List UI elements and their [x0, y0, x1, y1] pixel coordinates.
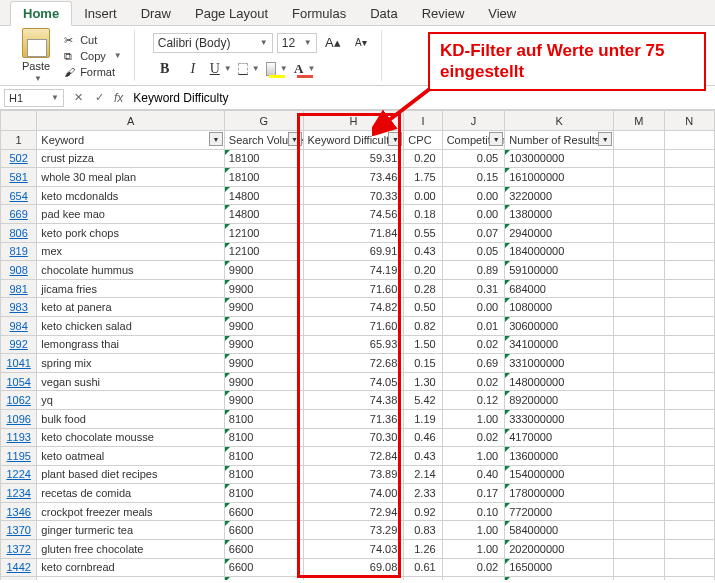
cell-keyword-difficulty[interactable]: 72.84 — [303, 447, 404, 466]
cell[interactable] — [664, 223, 714, 242]
cell[interactable] — [664, 521, 714, 540]
cell-keyword-difficulty[interactable]: 69.08 — [303, 558, 404, 577]
cell-keyword[interactable]: mex — [37, 242, 225, 261]
cell-keyword-difficulty[interactable]: 73.46 — [303, 168, 404, 187]
cell[interactable] — [614, 558, 664, 577]
cell-cpc[interactable]: 1.57 — [404, 577, 442, 580]
cell-cpc[interactable]: 5.42 — [404, 391, 442, 410]
font-color-button[interactable]: A▼ — [293, 58, 317, 80]
cell-search-volume[interactable]: 8100 — [224, 484, 303, 503]
row-header[interactable]: 1195 — [1, 447, 37, 466]
cell-cpc[interactable]: 1.26 — [404, 540, 442, 559]
cell-keyword[interactable]: recetas de comida — [37, 484, 225, 503]
font-size-combo[interactable]: 12▼ — [277, 33, 317, 53]
header-number-of-results[interactable]: Number of Results▼ — [505, 131, 614, 150]
cell-cpc[interactable]: 0.18 — [404, 205, 442, 224]
cell[interactable] — [664, 316, 714, 335]
cell-results[interactable]: 161000000 — [505, 168, 614, 187]
cell-cpc[interactable]: 0.20 — [404, 261, 442, 280]
cell-keyword[interactable]: bulk food — [37, 409, 225, 428]
increase-font-button[interactable]: A▴ — [321, 32, 345, 54]
cell[interactable] — [664, 354, 714, 373]
row-header[interactable]: 983 — [1, 298, 37, 317]
row-header[interactable]: 1234 — [1, 484, 37, 503]
cell[interactable] — [664, 261, 714, 280]
row-header[interactable]: 1372 — [1, 540, 37, 559]
cell-results[interactable]: 34100000 — [505, 335, 614, 354]
cell[interactable] — [614, 465, 664, 484]
cell-keyword-difficulty[interactable]: 65.93 — [303, 335, 404, 354]
cell[interactable] — [664, 409, 714, 428]
cell-search-volume[interactable]: 9900 — [224, 261, 303, 280]
cell-results[interactable]: 184000000 — [505, 242, 614, 261]
font-name-combo[interactable]: Calibri (Body)▼ — [153, 33, 273, 53]
header-cpc[interactable]: CPC — [404, 131, 442, 150]
cell-keyword[interactable]: keto mcdonalds — [37, 186, 225, 205]
row-header[interactable]: 984 — [1, 316, 37, 335]
cell-keyword[interactable]: keto oatmeal — [37, 447, 225, 466]
cell[interactable] — [664, 131, 714, 150]
cell-cpc[interactable]: 0.43 — [404, 242, 442, 261]
filter-icon[interactable]: ▼ — [209, 132, 223, 146]
cell-results[interactable]: 103000000 — [505, 149, 614, 168]
cell-keyword[interactable]: crockpot freezer meals — [37, 502, 225, 521]
cell-results[interactable]: 13600000 — [505, 447, 614, 466]
row-header[interactable]: 806 — [1, 223, 37, 242]
cell[interactable] — [664, 502, 714, 521]
cell-keyword[interactable]: crust pizza — [37, 149, 225, 168]
format-painter-button[interactable]: 🖌Format — [60, 65, 126, 79]
cell-competition[interactable]: 1.00 — [442, 540, 505, 559]
cell-keyword-difficulty[interactable]: 73.29 — [303, 521, 404, 540]
cell-results[interactable]: 1080000 — [505, 298, 614, 317]
cell-results[interactable]: 58400000 — [505, 521, 614, 540]
cell-results[interactable]: 684000 — [505, 279, 614, 298]
cell-cpc[interactable]: 1.19 — [404, 409, 442, 428]
cell[interactable] — [614, 521, 664, 540]
row-header[interactable]: 654 — [1, 186, 37, 205]
cell-competition[interactable]: 1.00 — [442, 521, 505, 540]
header-search-volume[interactable]: Search Volume▼ — [224, 131, 303, 150]
cell-keyword[interactable]: yq — [37, 391, 225, 410]
col-header-k[interactable]: K — [505, 111, 614, 131]
col-header-a[interactable]: A — [37, 111, 225, 131]
cell-competition[interactable]: 1.00 — [442, 447, 505, 466]
cell-keyword-difficulty[interactable]: 71.36 — [303, 409, 404, 428]
row-header[interactable]: 1193 — [1, 428, 37, 447]
cell-keyword-difficulty[interactable]: 69.91 — [303, 242, 404, 261]
cell-keyword[interactable]: keto enchiladas — [37, 577, 225, 580]
cell-results[interactable]: 4300000 — [505, 577, 614, 580]
row-header[interactable]: 669 — [1, 205, 37, 224]
cell-results[interactable]: 178000000 — [505, 484, 614, 503]
cell-keyword[interactable]: whole 30 meal plan — [37, 168, 225, 187]
cell-results[interactable]: 30600000 — [505, 316, 614, 335]
cell[interactable] — [664, 335, 714, 354]
cell-cpc[interactable]: 2.14 — [404, 465, 442, 484]
cell-keyword-difficulty[interactable]: 73.44 — [303, 577, 404, 580]
cell-keyword-difficulty[interactable]: 71.84 — [303, 223, 404, 242]
cell-keyword-difficulty[interactable]: 73.89 — [303, 465, 404, 484]
copy-button[interactable]: ⧉Copy▼ — [60, 49, 126, 63]
cell-keyword[interactable]: plant based diet recipes — [37, 465, 225, 484]
row-header[interactable]: 908 — [1, 261, 37, 280]
cell-competition[interactable]: 0.40 — [442, 465, 505, 484]
cell-search-volume[interactable]: 8100 — [224, 428, 303, 447]
cell[interactable] — [664, 540, 714, 559]
cell-search-volume[interactable]: 6600 — [224, 558, 303, 577]
cell-search-volume[interactable]: 9900 — [224, 298, 303, 317]
row-header[interactable]: 1054 — [1, 372, 37, 391]
formula-input[interactable] — [127, 89, 715, 107]
col-header-i[interactable]: I — [404, 111, 442, 131]
cell-keyword-difficulty[interactable]: 71.60 — [303, 316, 404, 335]
cell[interactable] — [664, 279, 714, 298]
cell[interactable] — [614, 354, 664, 373]
cell-search-volume[interactable]: 9900 — [224, 391, 303, 410]
row-header[interactable]: 992 — [1, 335, 37, 354]
row-header[interactable]: 581 — [1, 168, 37, 187]
borders-button[interactable]: ▼ — [237, 58, 261, 80]
cell-search-volume[interactable]: 14800 — [224, 186, 303, 205]
col-header-m[interactable]: M — [614, 111, 664, 131]
cell-cpc[interactable]: 0.43 — [404, 447, 442, 466]
cell-results[interactable]: 3220000 — [505, 186, 614, 205]
cell-competition[interactable]: 0.10 — [442, 502, 505, 521]
cell-competition[interactable]: 0.05 — [442, 242, 505, 261]
